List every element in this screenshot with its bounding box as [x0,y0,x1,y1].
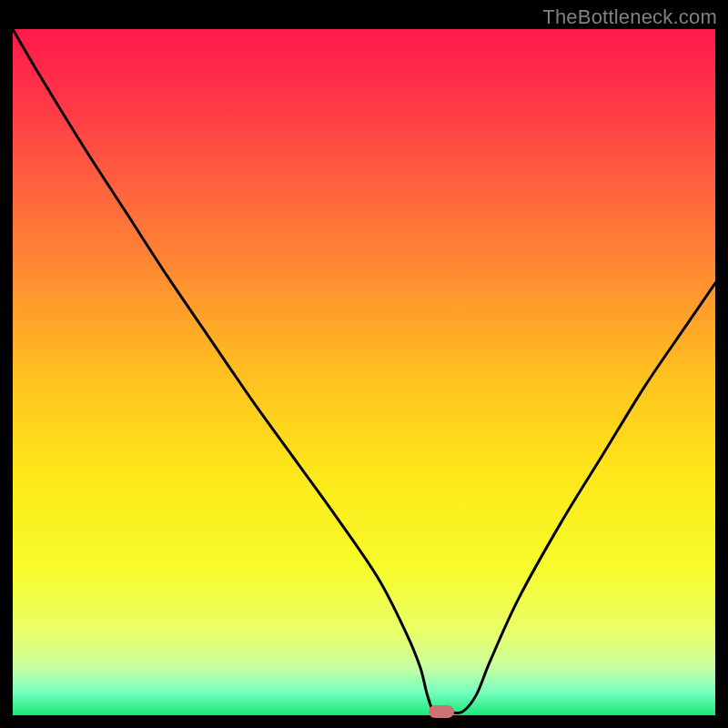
watermark-text: TheBottleneck.com [542,5,717,29]
optimal-marker [429,705,454,718]
chart-frame [13,29,715,715]
gradient-background [13,29,715,715]
bottleneck-chart [13,29,715,715]
